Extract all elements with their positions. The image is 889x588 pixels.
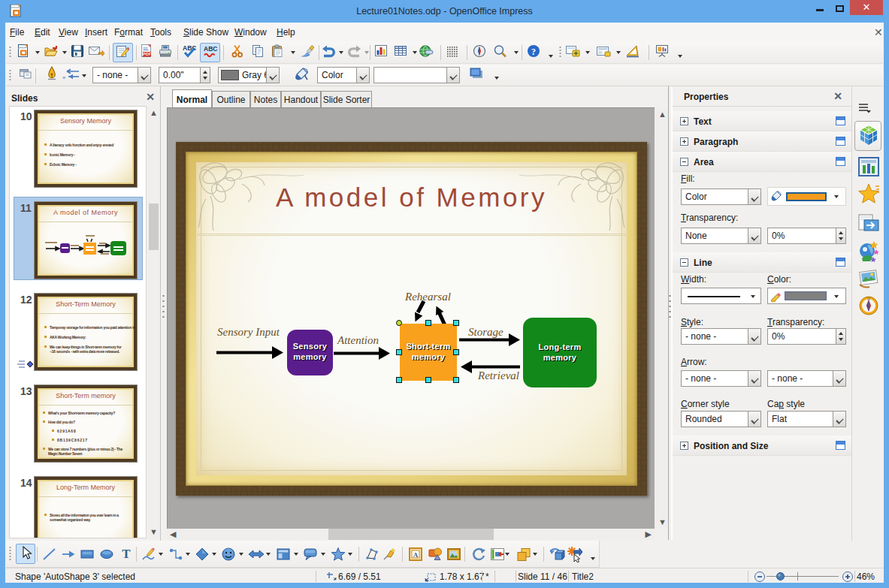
svg-text:T: T xyxy=(122,547,131,561)
svg-text:PDF: PDF xyxy=(143,52,152,56)
svg-text:N: N xyxy=(867,297,870,301)
svg-text:?: ? xyxy=(531,47,536,57)
svg-text:ABC: ABC xyxy=(204,45,217,53)
svg-text:«: « xyxy=(62,74,66,81)
svg-text:A: A xyxy=(413,551,419,559)
